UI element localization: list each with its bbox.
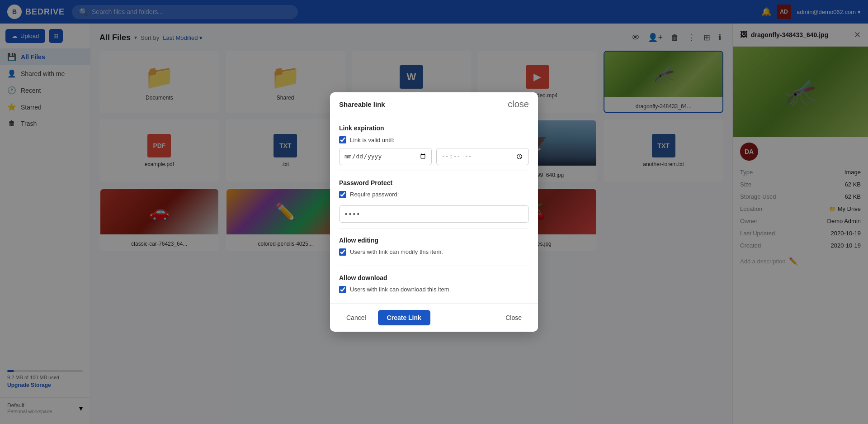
- shareable-link-modal: Shareable link close Link expiration Lin…: [330, 92, 538, 332]
- link-expiration-checkbox[interactable]: [339, 136, 346, 143]
- time-input[interactable]: [436, 148, 529, 165]
- modal-title: Shareable link: [339, 100, 385, 108]
- allow-download-section: Allow download Users with link can downl…: [339, 266, 529, 303]
- password-protect-title: Password Protect: [339, 179, 529, 186]
- link-expiration-section: Link expiration Link is valid until:: [339, 116, 529, 171]
- allow-download-checkbox-row: Users with link can download this item.: [339, 286, 529, 293]
- close-button[interactable]: Close: [498, 310, 529, 325]
- allow-editing-section: Allow editing Users with link can modify…: [339, 229, 529, 266]
- password-protect-section: Password Protect Require password:: [339, 171, 529, 229]
- modal-body: Link expiration Link is valid until: Pas…: [330, 116, 538, 303]
- allow-editing-checkbox[interactable]: [339, 248, 346, 256]
- link-expiration-checkbox-row: Link is valid until:: [339, 136, 529, 143]
- require-password-label: Require password:: [350, 191, 399, 198]
- modal-close-button[interactable]: close: [508, 100, 529, 109]
- modal-scroll-inner: Link expiration Link is valid until: Pas…: [330, 116, 538, 303]
- link-expiration-label: Link is valid until:: [350, 137, 394, 143]
- allow-editing-checkbox-row: Users with link can modify this item.: [339, 248, 529, 256]
- modal-footer: Cancel Create Link Close: [330, 303, 538, 332]
- allow-download-title: Allow download: [339, 274, 529, 281]
- date-input[interactable]: [339, 148, 432, 165]
- password-protect-checkbox-row: Require password:: [339, 191, 529, 198]
- link-expiration-title: Link expiration: [339, 124, 529, 132]
- allow-download-label: Users with link can download this item.: [350, 286, 451, 293]
- modal-overlay[interactable]: Shareable link close Link expiration Lin…: [0, 0, 868, 424]
- allow-download-checkbox[interactable]: [339, 286, 346, 293]
- create-link-button[interactable]: Create Link: [378, 310, 430, 325]
- date-time-row: [339, 148, 529, 165]
- cancel-button[interactable]: Cancel: [339, 310, 373, 325]
- allow-editing-title: Allow editing: [339, 237, 529, 244]
- password-input[interactable]: [339, 205, 529, 223]
- modal-header: Shareable link close: [330, 92, 538, 116]
- require-password-checkbox[interactable]: [339, 191, 346, 198]
- allow-editing-label: Users with link can modify this item.: [350, 248, 443, 255]
